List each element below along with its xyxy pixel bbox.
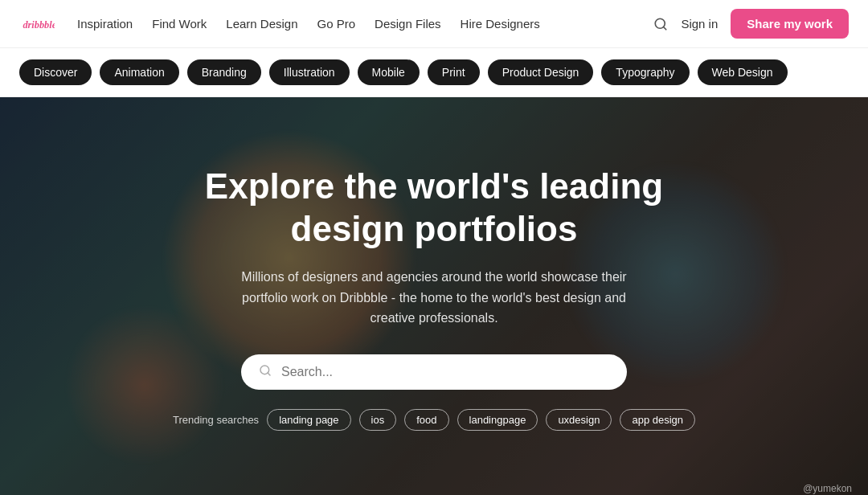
hero-section: Explore the world's leading design portf…: [0, 97, 868, 495]
nav-hire-designers[interactable]: Hire Designers: [461, 17, 540, 31]
nav-find-work[interactable]: Find Work: [152, 17, 207, 31]
share-my-work-button[interactable]: Share my work: [731, 9, 849, 39]
trending-tag-landingpage[interactable]: landingpage: [457, 409, 538, 431]
search-icon: [653, 17, 668, 31]
nav-links: Inspiration Find Work Learn Design Go Pr…: [77, 17, 540, 31]
tab-print[interactable]: Print: [428, 59, 480, 85]
navbar: dribbble Inspiration Find Work Learn Des…: [0, 0, 868, 48]
nav-inspiration[interactable]: Inspiration: [77, 17, 133, 31]
nav-go-pro[interactable]: Go Pro: [317, 17, 356, 31]
search-button[interactable]: [653, 17, 668, 31]
search-input[interactable]: [281, 365, 609, 379]
trending-tag-ios[interactable]: ios: [359, 409, 397, 431]
nav-design-files[interactable]: Design Files: [375, 17, 441, 31]
tab-illustration[interactable]: Illustration: [269, 59, 350, 85]
svg-line-2: [664, 27, 666, 29]
navbar-right: Sign in Share my work: [653, 9, 849, 39]
trending-tag-uxdesign[interactable]: uxdesign: [546, 409, 612, 431]
tab-web-design[interactable]: Web Design: [698, 59, 788, 85]
logo[interactable]: dribbble: [19, 15, 55, 33]
hero-title: Explore the world's leading design portf…: [169, 166, 699, 251]
tab-branding[interactable]: Branding: [187, 59, 261, 85]
navbar-left: dribbble Inspiration Find Work Learn Des…: [19, 15, 540, 33]
hero-search-icon: [259, 364, 272, 380]
tab-mobile[interactable]: Mobile: [358, 59, 420, 85]
trending-tag-food[interactable]: food: [404, 409, 448, 431]
hero-content: Explore the world's leading design portf…: [153, 166, 715, 436]
dribbble-logo-icon: dribbble: [19, 15, 55, 33]
tab-product-design[interactable]: Product Design: [488, 59, 594, 85]
trending-tag-landing-page[interactable]: landing page: [267, 409, 350, 431]
hero-credit: @yumekon: [803, 483, 852, 494]
svg-line-4: [268, 373, 270, 375]
hero-subtitle: Millions of designers and agencies aroun…: [225, 267, 643, 329]
tab-animation[interactable]: Animation: [100, 59, 178, 85]
svg-text:dribbble: dribbble: [23, 18, 55, 30]
trending-tag-app-design[interactable]: app design: [620, 409, 695, 431]
category-bar: Discover Animation Branding Illustration…: [0, 48, 868, 97]
tab-discover[interactable]: Discover: [19, 59, 92, 85]
nav-learn-design[interactable]: Learn Design: [226, 17, 297, 31]
tab-typography[interactable]: Typography: [601, 59, 689, 85]
trending-section: Trending searches landing page ios food …: [169, 409, 699, 431]
trending-label: Trending searches: [173, 414, 259, 426]
signin-link[interactable]: Sign in: [681, 17, 718, 31]
hero-search-bar: [241, 354, 627, 390]
